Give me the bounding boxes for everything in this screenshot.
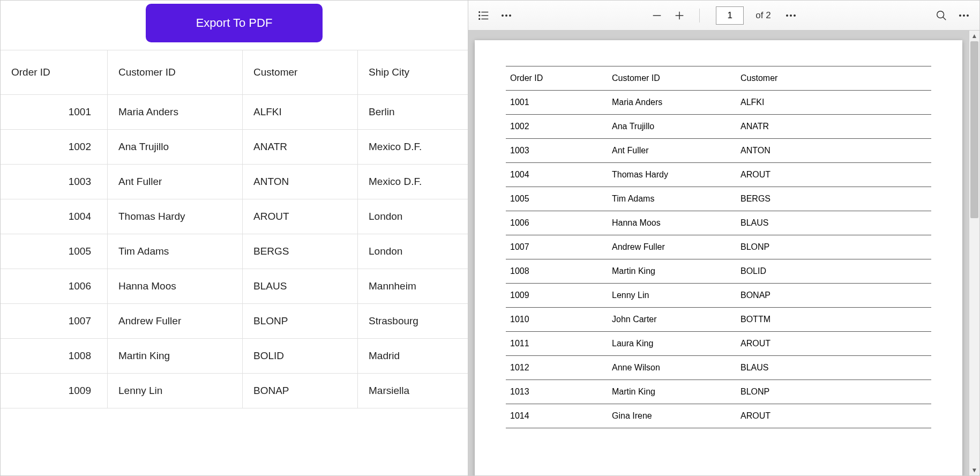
table-row[interactable]: 1009Lenny LinBONAPMarsiellaFrance — [1, 374, 468, 408]
app-root: Export To PDF Order ID Customer ID Custo… — [0, 0, 980, 476]
pdf-cell-customer: BOTTM — [736, 308, 931, 332]
cell-customer-id: Ana Trujillo — [108, 130, 243, 164]
pdf-table-header: Order ID Customer ID Customer — [506, 66, 931, 91]
pdf-cell-customer-id: Tim Adams — [608, 187, 736, 211]
more-menu-icon[interactable] — [957, 9, 971, 23]
cell-customer: ALFKI — [243, 95, 358, 129]
page-total-label: of 2 — [755, 10, 770, 21]
svg-point-5 — [479, 18, 480, 19]
pdf-table-row: 1004Thomas HardyAROUT — [506, 163, 931, 187]
cell-order-id: 1002 — [1, 130, 108, 164]
pdf-cell-customer-id: Laura King — [608, 332, 736, 356]
cell-customer-id: Maria Anders — [108, 95, 243, 129]
pdf-table-row: 1003Ant FullerANTON — [506, 139, 931, 163]
pdf-page: Order ID Customer ID Customer 1001Maria … — [475, 40, 962, 475]
pdf-cell-customer-id: Maria Anders — [608, 91, 736, 115]
cell-order-id: 1004 — [1, 199, 108, 234]
scroll-up-icon[interactable]: ▲ — [969, 31, 979, 41]
svg-point-3 — [479, 11, 480, 12]
pdf-cell-customer: ANTON — [736, 139, 931, 163]
cell-ship-city: London — [358, 234, 468, 269]
column-header-ship-city[interactable]: Ship City — [358, 50, 468, 94]
grid-header: Order ID Customer ID Customer Ship City … — [1, 50, 468, 95]
pdf-cell-order-id: 1007 — [506, 235, 608, 259]
pdf-cell-order-id: 1012 — [506, 356, 608, 380]
pdf-cell-order-id: 1010 — [506, 308, 608, 332]
cell-order-id: 1006 — [1, 269, 108, 303]
zoom-in-icon[interactable] — [672, 9, 686, 23]
pdf-cell-customer-id: Hanna Moos — [608, 211, 736, 235]
table-row[interactable]: 1002Ana TrujilloANATRMexico D.F.Mexic — [1, 130, 468, 165]
pdf-table-row: 1006Hanna MoosBLAUS — [506, 211, 931, 235]
scroll-thumb[interactable] — [970, 41, 978, 218]
pdf-col-customer-id: Customer ID — [608, 66, 736, 91]
table-row[interactable]: 1008Martin KingBOLIDMadridSpain — [1, 339, 468, 374]
cell-customer-id: Martin King — [108, 339, 243, 373]
pdf-table-row: 1010John CarterBOTTM — [506, 308, 931, 332]
pdf-cell-customer: BLONP — [736, 380, 931, 404]
cell-customer-id: Tim Adams — [108, 234, 243, 269]
cell-ship-city: Berlin — [358, 95, 468, 129]
cell-ship-city: Mannheim — [358, 269, 468, 303]
grid-pane: Export To PDF Order ID Customer ID Custo… — [1, 1, 468, 475]
scroll-down-icon[interactable]: ▼ — [969, 465, 979, 475]
pdf-cell-customer-id: Gina Irene — [608, 404, 736, 428]
column-header-customer-id[interactable]: Customer ID — [108, 50, 243, 94]
table-row[interactable]: 1007Andrew FullerBLONPStrasbourgFrance — [1, 304, 468, 339]
cell-customer: BONAP — [243, 374, 358, 408]
pdf-viewer-pane: of 2 Order ID Customer I — [468, 1, 979, 475]
cell-customer-id: Hanna Moos — [108, 269, 243, 303]
search-icon[interactable] — [934, 9, 948, 23]
pdf-cell-customer: AROUT — [736, 404, 931, 428]
pdf-cell-customer: BLAUS — [736, 356, 931, 380]
pdf-cell-customer: BOLID — [736, 259, 931, 284]
more-tools-icon[interactable] — [499, 9, 513, 23]
pdf-cell-customer-id: Anne Wilson — [608, 356, 736, 380]
cell-order-id: 1007 — [1, 304, 108, 338]
export-to-pdf-button[interactable]: Export To PDF — [146, 4, 323, 42]
cell-customer: BLAUS — [243, 269, 358, 303]
pdf-table-row: 1009Lenny LinBONAP — [506, 284, 931, 308]
table-row[interactable]: 1004Thomas HardyAROUTLondonUK — [1, 199, 468, 234]
pdf-table-row: 1002Ana TrujilloANATR — [506, 115, 931, 139]
pdf-cell-customer-id: Andrew Fuller — [608, 235, 736, 259]
pdf-cell-order-id: 1013 — [506, 380, 608, 404]
column-header-customer[interactable]: Customer — [243, 50, 358, 94]
cell-order-id: 1003 — [1, 165, 108, 199]
cell-customer-id: Thomas Hardy — [108, 199, 243, 234]
vertical-scrollbar[interactable]: ▲ ▼ — [969, 31, 979, 475]
zoom-out-icon[interactable] — [650, 9, 664, 23]
table-row[interactable]: 1006Hanna MoosBLAUSMannheimGerma — [1, 269, 468, 304]
pdf-cell-order-id: 1014 — [506, 404, 608, 428]
pdf-cell-order-id: 1011 — [506, 332, 608, 356]
column-header-order-id[interactable]: Order ID — [1, 50, 108, 94]
table-row[interactable]: 1003Ant FullerANTONMexico D.F.Mexic — [1, 165, 468, 199]
page-number-input[interactable] — [716, 6, 744, 25]
pdf-scroll-container[interactable]: Order ID Customer ID Customer 1001Maria … — [468, 31, 969, 475]
toc-icon[interactable] — [477, 9, 491, 23]
pdf-cell-customer-id: Martin King — [608, 380, 736, 404]
svg-point-4 — [479, 15, 480, 16]
cell-order-id: 1008 — [1, 339, 108, 373]
pdf-cell-customer: BLAUS — [736, 211, 931, 235]
cell-ship-city: Madrid — [358, 339, 468, 373]
cell-ship-city: Mexico D.F. — [358, 165, 468, 199]
pdf-table-row: 1005Tim AdamsBERGS — [506, 187, 931, 211]
table-row[interactable]: 1001Maria AndersALFKIBerlinGerma — [1, 95, 468, 130]
cell-customer-id: Andrew Fuller — [108, 304, 243, 338]
cell-customer-id: Lenny Lin — [108, 374, 243, 408]
table-row[interactable]: 1005Tim AdamsBERGSLondonSwede — [1, 234, 468, 269]
pdf-table-row: 1008Martin KingBOLID — [506, 259, 931, 284]
pdf-cell-customer-id: Ana Trujillo — [608, 115, 736, 139]
pdf-cell-customer: ANATR — [736, 115, 931, 139]
pdf-cell-customer-id: Ant Fuller — [608, 139, 736, 163]
svg-point-9 — [937, 11, 944, 18]
pdf-cell-customer-id: Martin King — [608, 259, 736, 284]
pdf-table-row: 1012Anne WilsonBLAUS — [506, 356, 931, 380]
pdf-cell-order-id: 1005 — [506, 187, 608, 211]
cell-order-id: 1009 — [1, 374, 108, 408]
page-more-icon[interactable] — [784, 9, 798, 23]
pdf-cell-order-id: 1006 — [506, 211, 608, 235]
grid-body: 1001Maria AndersALFKIBerlinGerma1002Ana … — [1, 95, 468, 408]
pdf-cell-customer: BERGS — [736, 187, 931, 211]
